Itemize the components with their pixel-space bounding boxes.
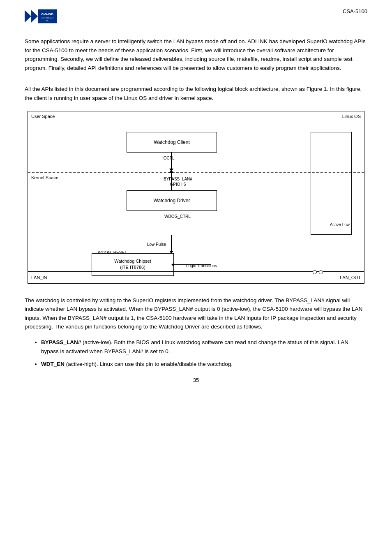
lan-circle-2 bbox=[319, 270, 323, 274]
svg-text:TECHNOLOGY: TECHNOLOGY bbox=[41, 17, 54, 19]
svg-marker-1 bbox=[31, 10, 38, 22]
bullet-list: BYPASS_LAN# (active-low). Both the BIOS … bbox=[41, 338, 367, 369]
list-item: BYPASS_LAN# (active-low). Both the BIOS … bbox=[41, 338, 367, 356]
lan-out-label: LAN_OUT bbox=[340, 275, 361, 280]
watchdog-client-box: Watchdog Client bbox=[127, 132, 217, 153]
architecture-diagram: User Space Linux OS Watchdog Client IOCT… bbox=[28, 111, 364, 284]
user-space-label: User Space bbox=[31, 114, 55, 119]
watchdog-driver-label: Watchdog Driver bbox=[154, 198, 190, 204]
svg-text:ADLINK: ADLINK bbox=[41, 12, 53, 16]
product-code: CSA-5100 bbox=[343, 8, 367, 14]
bullet-bold-1: BYPASS_LAN# bbox=[41, 339, 81, 345]
arrow-chipset-to-activelow bbox=[174, 264, 211, 265]
body-paragraph: The watchdog is controlled by writing to… bbox=[25, 296, 367, 331]
wdog-ctrl-label: WDOG_CTRL bbox=[164, 214, 191, 219]
active-low-label: Active Low bbox=[330, 222, 350, 227]
bullet-bold-2: WDT_EN bbox=[41, 361, 65, 367]
ioctl-label: IOCTL bbox=[162, 156, 174, 160]
bullet-content-2: (active-high). Linux can use this pin to… bbox=[66, 361, 233, 367]
page-header: ADLINK TECHNOLOGY INC. CSA-5100 bbox=[25, 8, 367, 25]
adlink-logo: ADLINK TECHNOLOGY INC. bbox=[25, 8, 58, 25]
bullet-content-1: (active-low). Both the BIOS and Linux wa… bbox=[41, 339, 348, 354]
low-pulse-label: Low Pulse bbox=[147, 242, 166, 247]
watchdog-chipset-box: Watchdog Chipset (ITE IT8786) bbox=[92, 253, 174, 276]
lan-in-label: LAN_IN bbox=[31, 275, 47, 280]
bypass-lan-label: BYPASS_LAN# GPIO I 5 bbox=[164, 176, 192, 187]
section-paragraph: All the APIs listed in this document are… bbox=[25, 85, 367, 102]
svg-text:INC.: INC. bbox=[46, 20, 49, 22]
linux-os-label: Linux OS bbox=[342, 114, 361, 119]
arrow-driver-to-chipset bbox=[171, 235, 172, 251]
watchdog-chipset-label: Watchdog Chipset bbox=[114, 258, 151, 264]
active-low-box bbox=[311, 132, 352, 235]
arrow-client-to-dashed bbox=[171, 153, 172, 169]
lan-circle-1 bbox=[313, 270, 317, 274]
watchdog-driver-box: Watchdog Driver bbox=[127, 190, 217, 211]
intro-paragraph: Some applications require a server to in… bbox=[25, 37, 367, 72]
svg-marker-0 bbox=[25, 10, 31, 22]
watchdog-client-label: Watchdog Client bbox=[154, 139, 190, 145]
kernel-space-label: Kernel Space bbox=[31, 175, 58, 180]
logo-container: ADLINK TECHNOLOGY INC. bbox=[25, 8, 58, 25]
list-item: WDT_EN (active-high). Linux can use this… bbox=[41, 360, 367, 369]
ite-label: (ITE IT8786) bbox=[120, 264, 145, 271]
page-number: 35 bbox=[25, 377, 367, 383]
